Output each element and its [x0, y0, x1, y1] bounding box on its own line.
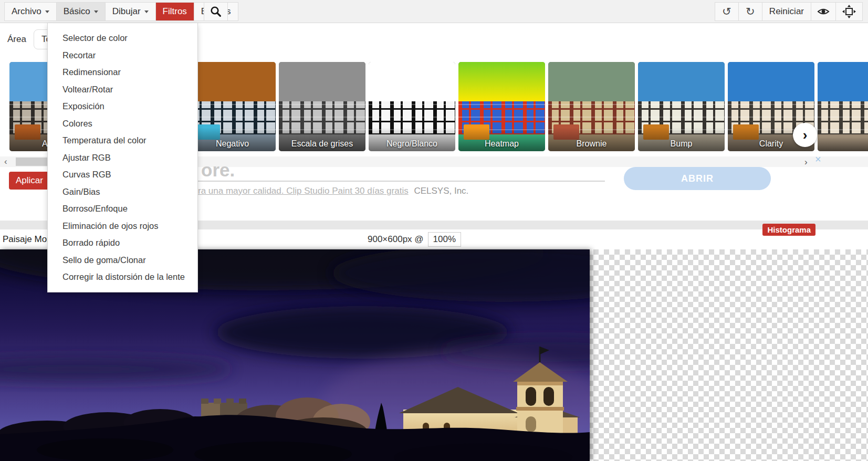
preview-button[interactable] — [811, 3, 836, 20]
image-dimensions: 900×600px @ — [368, 234, 424, 245]
basic-menu-item[interactable]: Recortar — [48, 47, 197, 64]
ad-close-icon[interactable]: × — [815, 153, 821, 165]
image-size-group: 900×600px @ 100% — [368, 232, 461, 247]
basic-menu-item[interactable]: Exposición — [48, 98, 197, 115]
tile-sky — [189, 62, 276, 103]
basic-menu-item[interactable]: Gain/Bias — [48, 183, 197, 201]
filter-tile[interactable]: Negro/Blanco — [369, 62, 455, 151]
tile-sky — [818, 62, 868, 103]
menu-archivo-label: Archivo — [12, 6, 41, 17]
filter-tile-label: Bump — [638, 128, 725, 151]
tile-building — [818, 101, 868, 135]
ad-company: CELSYS, Inc. — [414, 186, 468, 196]
photo-editor-app: Archivo Básico Dibujar Filtros Efectos — [0, 0, 868, 461]
basic-menu-item[interactable]: Eliminación de ojos rojos — [48, 217, 197, 235]
basic-menu-item[interactable]: Colores — [48, 115, 197, 132]
eye-icon — [817, 7, 830, 16]
filter-tile[interactable]: Heatmap — [458, 62, 545, 151]
chevron-down-icon — [45, 11, 49, 15]
basic-menu-item[interactable]: Borrado rápido — [48, 234, 197, 252]
menu-basico[interactable]: Básico — [57, 3, 106, 20]
basic-menu-item[interactable]: Ajustar RGB — [48, 149, 197, 166]
basic-menu-item[interactable]: Redimensionar — [48, 64, 197, 81]
undo-icon: ↺ — [722, 6, 731, 17]
basico-dropdown-menu: Selector de colorRecortarRedimensionarVo… — [47, 23, 198, 292]
image-title: Paisaje Mon — [3, 234, 52, 245]
reset-button[interactable]: Reiniciar — [762, 3, 811, 20]
menu-dibujar-label: Dibujar — [112, 6, 141, 17]
chevron-down-icon — [94, 11, 98, 15]
fit-screen-button[interactable] — [836, 3, 862, 20]
tile-sky — [638, 62, 725, 103]
area-label: Área — [7, 34, 26, 45]
zoom-level[interactable]: 100% — [428, 232, 461, 247]
tile-sky — [548, 62, 635, 103]
fit-screen-icon — [842, 5, 856, 18]
basic-menu-item[interactable]: Temperatura del color — [48, 132, 197, 149]
search-button[interactable] — [204, 3, 227, 20]
search-icon — [210, 6, 222, 17]
filter-tile-label — [818, 137, 868, 151]
filter-tile[interactable] — [818, 62, 868, 151]
basic-menu-item[interactable]: Borroso/Enfoque — [48, 200, 197, 217]
chevron-right-icon: › — [803, 127, 808, 143]
ad-heading-fragment: ore. — [201, 160, 235, 181]
basic-menu-item[interactable]: Corregir la distorsión de la lente — [48, 268, 197, 286]
redo-icon: ↻ — [746, 6, 755, 17]
scroll-right-icon[interactable]: › — [804, 157, 808, 167]
strip-next-button[interactable]: › — [793, 123, 817, 147]
basic-menu-item[interactable]: Voltear/Rotar — [48, 81, 197, 98]
filter-tile[interactable]: Escala de grises — [279, 62, 365, 151]
filter-tile[interactable]: Bump — [638, 62, 725, 151]
filter-tile-label: Escala de grises — [279, 128, 365, 151]
tile-sky — [279, 62, 365, 103]
menu-filtros-label: Filtros — [163, 6, 187, 17]
search-group — [204, 2, 228, 21]
chevron-down-icon — [144, 11, 149, 15]
filter-tile-label: Negro/Blanco — [369, 128, 455, 151]
reset-button-label: Reiniciar — [769, 6, 804, 17]
history-group: ↺ ↻ Reiniciar — [715, 2, 863, 21]
filter-tile-label: Negativo — [189, 128, 276, 151]
tile-sky — [728, 62, 814, 103]
main-menu-group: Archivo Básico Dibujar Filtros Efectos — [4, 2, 238, 21]
filter-tile-label: Brownie — [548, 128, 635, 151]
basic-menu-item[interactable]: Sello de goma/Clonar — [48, 252, 197, 269]
ad-text-line: ra una mayor calidad. Clip Studio Paint … — [198, 186, 468, 196]
menu-filtros[interactable]: Filtros — [156, 3, 194, 20]
tile-sky — [369, 62, 455, 103]
filter-tile[interactable]: Brownie — [548, 62, 635, 151]
ad-open-button[interactable]: ABRIR — [624, 167, 771, 190]
scroll-left-icon[interactable]: ‹ — [4, 156, 7, 167]
filter-tile[interactable]: Negativo — [189, 62, 276, 151]
apply-button[interactable]: Aplicar — [9, 172, 50, 190]
menu-dibujar[interactable]: Dibujar — [106, 3, 156, 20]
ad-link[interactable]: ra una mayor calidad. Clip Studio Paint … — [198, 186, 409, 196]
filter-tile-label: Heatmap — [458, 128, 545, 151]
basic-menu-item[interactable]: Selector de color — [48, 29, 197, 47]
tile-sky — [458, 62, 545, 103]
redo-button[interactable]: ↻ — [739, 3, 762, 20]
basic-menu-item[interactable]: Curvas RGB — [48, 166, 197, 183]
histogram-button[interactable]: Histograma — [762, 224, 815, 236]
top-toolbar: Archivo Básico Dibujar Filtros Efectos — [0, 0, 868, 23]
menu-basico-label: Básico — [64, 6, 90, 17]
menu-archivo[interactable]: Archivo — [5, 3, 57, 20]
ad-heading-underline — [198, 181, 605, 182]
undo-button[interactable]: ↺ — [715, 3, 739, 20]
